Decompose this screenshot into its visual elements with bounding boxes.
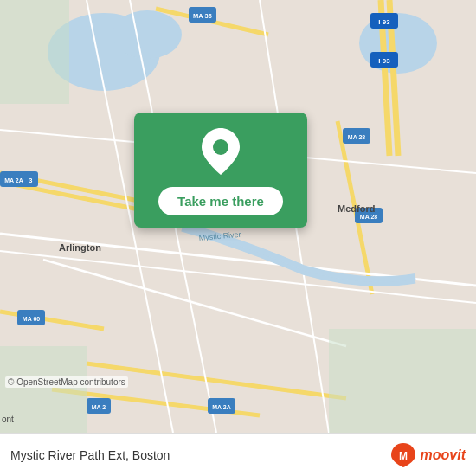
svg-text:MA 36: MA 36 [193, 12, 212, 20]
svg-rect-22 [329, 329, 476, 433]
svg-point-2 [113, 10, 182, 59]
location-label: Mystic River Path Ext, Boston [10, 448, 170, 462]
svg-point-47 [213, 139, 228, 155]
svg-rect-21 [0, 0, 69, 104]
svg-text:ont: ont [2, 415, 14, 424]
take-me-there-button[interactable]: Take me there [158, 187, 283, 215]
map-container: Mystic River I 93 I 93 MA 36 US 3 MA 2A … [0, 0, 476, 433]
svg-text:Medford: Medford [338, 203, 375, 214]
moovit-logo-icon: M [391, 443, 415, 467]
svg-text:MA 2: MA 2 [92, 404, 106, 410]
svg-text:I 93: I 93 [378, 18, 390, 26]
svg-text:MA 28: MA 28 [360, 214, 377, 220]
svg-text:MA 60: MA 60 [23, 316, 40, 322]
moovit-brand-text: moovit [421, 447, 466, 463]
svg-text:MA 2A: MA 2A [4, 177, 23, 183]
location-card[interactable]: Take me there [134, 113, 307, 228]
svg-text:MA 28: MA 28 [348, 134, 365, 140]
svg-text:MA 2A: MA 2A [212, 404, 231, 410]
copyright-text: © OpenStreetMap contributors [5, 376, 128, 388]
moovit-logo: M moovit [391, 443, 466, 467]
svg-text:M: M [399, 450, 408, 462]
location-pin-icon [202, 128, 240, 175]
bottom-bar: Mystic River Path Ext, Boston M moovit [0, 433, 476, 476]
svg-text:I 93: I 93 [378, 57, 390, 65]
svg-text:Arlington: Arlington [59, 242, 101, 253]
